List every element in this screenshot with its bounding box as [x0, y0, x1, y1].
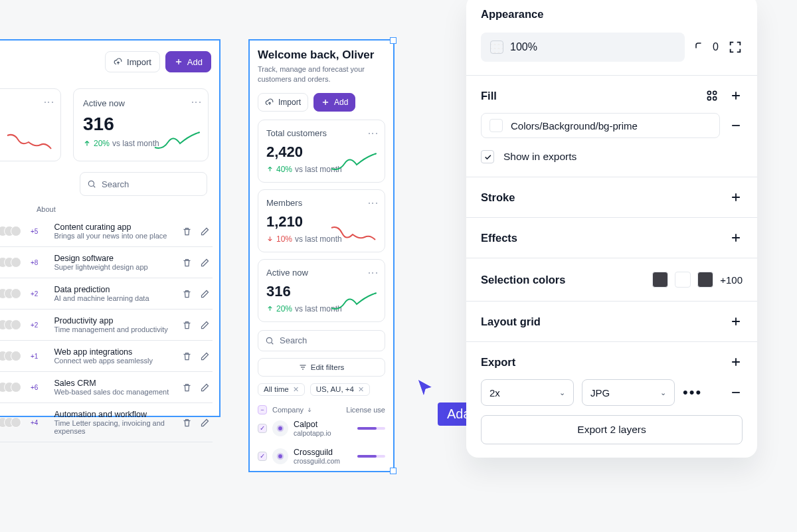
arrow-down-icon [306, 406, 313, 413]
import-label: Import [127, 57, 151, 67]
selection-color-swatch[interactable] [675, 272, 691, 288]
table-row[interactable]: +5 Content curating app Brings all your … [0, 216, 213, 247]
selection-color-swatch[interactable] [652, 272, 668, 288]
sparkline [330, 291, 377, 313]
trash-icon[interactable] [182, 226, 192, 236]
edit-icon[interactable] [200, 383, 210, 393]
fill-color-row[interactable]: Colors/Background/bg-prime [481, 113, 720, 138]
corner-radius-icon [694, 41, 706, 53]
frame-dashboard-desktop[interactable]: Import Add ⋮ th ⋮ Active now 316 20% vs … [0, 39, 221, 417]
company-url: calpotapp.io [294, 429, 331, 437]
filter-chip[interactable]: All time✕ [258, 383, 305, 396]
selection-color-swatch[interactable] [697, 272, 713, 288]
add-button[interactable]: Add [313, 93, 355, 112]
kebab-icon[interactable]: ⋮ [43, 97, 55, 107]
metric-card[interactable]: ⋮ Total customers 2,420 40%vs last month [258, 120, 385, 183]
trash-icon[interactable] [182, 351, 192, 361]
minus-icon[interactable] [729, 386, 743, 399]
row-subtitle: Connect web apps seamlessly [54, 357, 153, 365]
minus-icon[interactable] [729, 119, 743, 132]
edit-icon[interactable] [200, 418, 210, 428]
table-row[interactable]: +2 Productivity app Time management and … [0, 310, 213, 341]
plus-icon[interactable] [729, 231, 743, 244]
import-button[interactable]: Import [258, 93, 308, 112]
metric-card[interactable]: ⋮ Active now 316 20%vs last month [258, 259, 385, 322]
avatar-overflow-count: +4 [31, 419, 38, 426]
edit-icon[interactable] [200, 258, 210, 268]
section-title: Export [481, 356, 515, 369]
section-layout-grid: Layout grid [466, 302, 757, 342]
plus-icon[interactable] [729, 191, 743, 204]
kebab-icon[interactable]: ⋮ [367, 198, 379, 208]
table-row[interactable]: +8 Design software Super lightweight des… [0, 247, 213, 278]
edit-icon[interactable] [200, 320, 210, 330]
plus-icon[interactable] [729, 355, 743, 369]
company-row[interactable]: ✓ Crossguildcrossguild.com [258, 442, 385, 470]
arrow-up-icon [83, 139, 91, 147]
section-selection-colors: Selection colors +100 [466, 258, 757, 302]
edit-filters-button[interactable]: Edit filters [258, 358, 385, 377]
table-row[interactable]: +1 Web app integrations Connect web apps… [0, 341, 213, 372]
import-button[interactable]: Import [105, 51, 160, 72]
search-input[interactable]: Search [80, 172, 207, 196]
export-format-select[interactable]: JPG⌄ [582, 379, 675, 406]
metric-card[interactable]: ⋮ Members 1,210 10%vs last month [258, 189, 385, 252]
style-library-icon[interactable] [705, 89, 719, 102]
section-fill: Fill Colors/Background/bg-prime Show in … [466, 76, 757, 177]
frame-dashboard-mobile[interactable]: Welcome back, Oliver Track, manage and f… [248, 39, 395, 472]
trash-icon[interactable] [182, 320, 192, 330]
export-more-icon[interactable]: ••• [683, 384, 702, 401]
edit-icon[interactable] [200, 226, 210, 236]
avatar-group [0, 382, 21, 393]
edit-icon[interactable] [200, 351, 210, 361]
company-row[interactable]: ✓ Calpotcalpotapp.io [258, 414, 385, 442]
card-title: Active now [83, 98, 199, 108]
edit-icon[interactable] [200, 289, 210, 299]
trash-icon[interactable] [182, 258, 192, 268]
expand-corners-icon[interactable] [728, 40, 743, 54]
plus-icon[interactable] [729, 89, 743, 102]
design-canvas[interactable]: Import Add ⋮ th ⋮ Active now 316 20% vs … [0, 0, 797, 532]
table-row[interactable]: +6 Sales CRM Web-based sales doc managem… [0, 372, 213, 403]
checkbox-indeterminate[interactable]: − [258, 405, 267, 414]
metric-card-active-now[interactable]: ⋮ Active now 316 20% vs last month [73, 88, 209, 161]
show-in-exports-toggle[interactable]: Show in exports [481, 150, 743, 163]
search-input[interactable]: Search [258, 330, 385, 351]
chip-remove-icon[interactable]: ✕ [293, 385, 299, 394]
section-title: Layout grid [481, 315, 541, 328]
upload-cloud-icon [265, 98, 274, 107]
row-title: Web app integrations [54, 347, 153, 357]
chip-remove-icon[interactable]: ✕ [358, 385, 364, 394]
trash-icon[interactable] [182, 289, 192, 299]
trash-icon[interactable] [182, 383, 192, 393]
checkbox-checked[interactable]: ✓ [258, 424, 267, 433]
metric-card-cropped[interactable]: ⋮ th [0, 88, 61, 161]
trash-icon[interactable] [182, 418, 192, 428]
selection-colors-more[interactable]: +100 [720, 274, 743, 286]
kebab-icon[interactable]: ⋮ [367, 268, 379, 278]
selection-handle-br[interactable] [390, 468, 397, 474]
opacity-input[interactable]: 100% [481, 33, 685, 62]
plus-icon[interactable] [729, 315, 743, 328]
checkbox-checked[interactable]: ✓ [258, 452, 267, 461]
search-placeholder: Search [102, 179, 129, 189]
search-icon [265, 336, 274, 345]
add-button[interactable]: Add [165, 51, 211, 72]
svg-point-6 [707, 91, 711, 94]
section-title: Appearance [481, 8, 743, 21]
selection-handle-tr[interactable] [390, 37, 397, 44]
opacity-swatch-icon [490, 41, 503, 54]
kebab-icon[interactable]: ⋮ [190, 97, 203, 107]
company-logo [272, 420, 288, 436]
corner-radius-input[interactable]: 0 [694, 41, 719, 53]
license-usage-bar [357, 427, 385, 430]
kebab-icon[interactable]: ⋮ [367, 128, 379, 138]
section-title: Effects [481, 232, 517, 244]
row-subtitle: Brings all your news into one place [54, 232, 167, 240]
avatar-overflow-count: +2 [31, 321, 38, 329]
table-row[interactable]: +4 Automation and workflow Time Letter s… [0, 403, 213, 442]
table-row[interactable]: +2 Data prediction AI and machine learni… [0, 278, 213, 310]
export-scale-select[interactable]: 2x⌄ [481, 379, 574, 406]
export-submit-button[interactable]: Export 2 layers [481, 415, 743, 444]
filter-chip[interactable]: US, AU, +4✕ [310, 383, 370, 396]
